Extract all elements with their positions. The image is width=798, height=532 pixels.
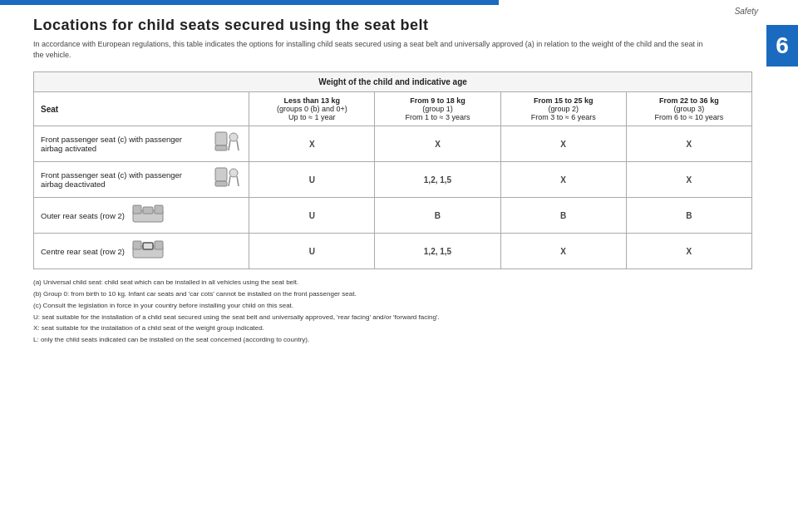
seat-label: Centre rear seat (row 2) bbox=[41, 247, 125, 256]
value-cell-2-2: B bbox=[500, 198, 626, 234]
main-content: Locations for child seats secured using … bbox=[33, 17, 752, 347]
seat-icon bbox=[131, 202, 165, 229]
svg-rect-13 bbox=[143, 207, 153, 214]
svg-line-8 bbox=[229, 176, 230, 186]
seat-label: Front passenger seat (c) with passenger … bbox=[41, 135, 205, 153]
value-cell-1-1: 1,2, 1,5 bbox=[375, 162, 500, 198]
value-cell-3-3: X bbox=[626, 234, 751, 269]
value-cell-1-3: X bbox=[626, 162, 751, 198]
value-cell-3-0: U bbox=[249, 234, 375, 269]
footnote-item: (c) Consult the legislation in force in … bbox=[33, 301, 752, 312]
weight-col-0: Less than 13 kg (groups 0 (b) and 0+) Up… bbox=[249, 92, 375, 126]
footnote-item: L: only the child seats indicated can be… bbox=[33, 335, 752, 346]
value-cell-0-2: X bbox=[500, 126, 626, 162]
chapter-box: 6 bbox=[766, 25, 798, 66]
page-title: Locations for child seats secured using … bbox=[33, 17, 752, 34]
weight-header: Weight of the child and indicative age bbox=[34, 72, 752, 92]
seat-name-cell-3: Centre rear seat (row 2) bbox=[34, 234, 249, 269]
svg-line-4 bbox=[237, 140, 239, 150]
seat-label: Outer rear seats (row 2) bbox=[41, 211, 125, 220]
value-cell-1-0: U bbox=[249, 162, 375, 198]
seat-name-cell-1: Front passenger seat (c) with passenger … bbox=[34, 162, 249, 198]
value-cell-2-3: B bbox=[626, 198, 751, 234]
table-row: Front passenger seat (c) with passenger … bbox=[34, 126, 752, 162]
svg-rect-16 bbox=[155, 241, 163, 249]
value-cell-2-0: U bbox=[249, 198, 375, 234]
seat-icon bbox=[212, 131, 242, 157]
weight-col-2: From 15 to 25 kg (group 2) From 3 to ≈ 6… bbox=[500, 92, 626, 126]
footnotes: (a) Universal child seat: child seat whi… bbox=[33, 278, 752, 346]
svg-rect-5 bbox=[215, 168, 227, 181]
svg-rect-15 bbox=[133, 241, 141, 249]
value-cell-3-2: X bbox=[500, 234, 626, 269]
svg-rect-12 bbox=[155, 205, 163, 214]
seat-label: Front passenger seat (c) with passenger … bbox=[41, 170, 205, 189]
svg-rect-11 bbox=[133, 205, 141, 214]
value-cell-1-2: X bbox=[500, 162, 626, 198]
page-subtitle: In accordance with European regulations,… bbox=[33, 39, 715, 60]
seat-col-header: Seat bbox=[34, 92, 249, 126]
svg-rect-0 bbox=[215, 132, 227, 145]
value-cell-2-1: B bbox=[375, 198, 500, 234]
weight-col-3: From 22 to 36 kg (group 3) From 6 to ≈ 1… bbox=[626, 92, 751, 126]
svg-rect-6 bbox=[215, 181, 227, 186]
svg-point-2 bbox=[229, 133, 238, 141]
svg-line-9 bbox=[237, 176, 239, 186]
table-row: Front passenger seat (c) with passenger … bbox=[34, 162, 752, 198]
svg-line-3 bbox=[229, 140, 230, 150]
value-cell-3-1: 1,2, 1,5 bbox=[375, 234, 500, 269]
seat-icon bbox=[212, 166, 242, 193]
svg-rect-1 bbox=[215, 145, 227, 150]
footnote-item: (b) Group 0: from birth to 10 kg. Infant… bbox=[33, 289, 752, 300]
table-row: Centre rear seat (row 2) U1,2, 1,5XX bbox=[34, 234, 752, 269]
seat-name-cell-2: Outer rear seats (row 2) bbox=[34, 198, 249, 234]
table-row: Outer rear seats (row 2) UBBB bbox=[34, 198, 752, 234]
value-cell-0-1: X bbox=[375, 126, 500, 162]
value-cell-0-0: X bbox=[249, 126, 375, 162]
svg-point-7 bbox=[229, 169, 238, 177]
value-cell-0-3: X bbox=[626, 126, 751, 162]
seat-name-cell-0: Front passenger seat (c) with passenger … bbox=[34, 126, 249, 162]
weight-col-1: From 9 to 18 kg (group 1) From 1 to ≈ 3 … bbox=[375, 92, 500, 126]
safety-label: Safety bbox=[735, 7, 758, 16]
child-seat-table: Weight of the child and indicative age S… bbox=[33, 71, 752, 269]
seat-icon bbox=[131, 238, 165, 264]
footnote-item: U: seat suitable for the installation of… bbox=[33, 313, 752, 323]
footnote-item: X: seat suitable for the installation of… bbox=[33, 323, 752, 334]
svg-rect-17 bbox=[143, 243, 153, 249]
footnote-item: (a) Universal child seat: child seat whi… bbox=[33, 278, 752, 288]
top-bar bbox=[0, 0, 499, 5]
